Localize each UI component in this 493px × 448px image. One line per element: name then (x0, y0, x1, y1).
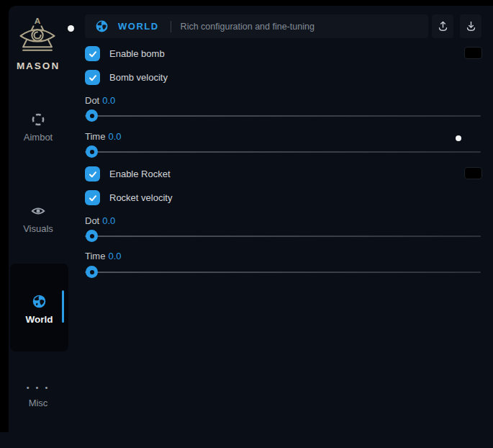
rocket-time-slider[interactable] (85, 266, 481, 278)
slider-name: Dot (85, 215, 99, 226)
bomb-time-slider[interactable] (85, 145, 481, 158)
checkbox-row-bomb-velocity: Bomb velocity (85, 70, 168, 85)
globe-icon (32, 294, 47, 309)
checkbox-label: Rocket velocity (109, 192, 172, 203)
sidebar-item-label: Aimbot (9, 132, 68, 143)
checkbox-label: Enable Rocket (109, 169, 171, 179)
page-subtitle: Rich configuration and fine-tuning (181, 22, 315, 32)
slider-label-bomb-dot: Dot0.0 (85, 95, 115, 106)
slider-value: 0.0 (102, 215, 115, 226)
cursor-dot (68, 25, 74, 32)
slider-handle[interactable] (86, 145, 98, 158)
slider-track[interactable] (85, 272, 481, 273)
sidebar-item-misc[interactable]: • • • Misc (9, 383, 68, 408)
sidebar-item-label: Visuals (9, 223, 68, 234)
slider-name: Time (85, 251, 105, 261)
slider-label-bomb-time: Time0.0 (85, 131, 121, 142)
checkbox-label: Enable bomb (109, 48, 165, 59)
sidebar-item-visuals[interactable]: Visuals (9, 204, 68, 234)
bomb-dot-slider[interactable] (85, 109, 481, 122)
app-window (9, 6, 493, 448)
mason-logo-icon: A (17, 14, 58, 56)
rocket-color-swatch[interactable] (464, 167, 482, 179)
rocket-dot-slider[interactable] (85, 230, 481, 242)
sidebar-item-label: World (10, 314, 68, 325)
page-title: WORLD (118, 21, 159, 32)
download-config-button[interactable] (460, 14, 481, 38)
slider-handle[interactable] (86, 230, 98, 242)
enable-bomb-checkbox[interactable] (85, 46, 100, 61)
checkbox-row-rocket-velocity: Rocket velocity (85, 190, 172, 205)
enable-rocket-checkbox[interactable] (85, 166, 100, 182)
checkbox-row-enable-bomb: Enable bomb (85, 46, 165, 61)
upload-config-button[interactable] (432, 14, 453, 38)
slider-track[interactable] (85, 236, 481, 237)
active-indicator (62, 290, 64, 323)
sidebar-item-aimbot[interactable]: Aimbot (9, 112, 68, 143)
slider-track[interactable] (85, 151, 481, 153)
brand-name: MASON (6, 61, 71, 71)
cursor-dot (456, 135, 461, 141)
checkmark-icon (89, 170, 97, 179)
slider-label-rocket-time: Time0.0 (85, 251, 121, 261)
slider-handle[interactable] (86, 109, 98, 122)
upload-icon (437, 20, 449, 32)
ellipsis-icon: • • • (9, 383, 68, 392)
slider-value: 0.0 (102, 95, 115, 106)
slider-value: 0.0 (108, 131, 121, 142)
checkmark-icon (89, 50, 97, 58)
checkbox-row-enable-rocket: Enable Rocket (85, 166, 171, 182)
sidebar-item-world[interactable]: World (10, 264, 68, 351)
slider-label-rocket-dot: Dot0.0 (85, 215, 115, 226)
rocket-velocity-checkbox[interactable] (85, 190, 100, 205)
bomb-color-swatch[interactable] (464, 47, 482, 59)
globe-icon (95, 19, 109, 33)
divider (171, 21, 171, 32)
download-icon (465, 20, 477, 32)
screen: A MASON Aimbot Visuals World • • • Misc (0, 0, 493, 448)
checkmark-icon (89, 194, 97, 202)
slider-name: Dot (85, 95, 99, 106)
slider-value: 0.0 (108, 251, 121, 261)
crosshair-icon (31, 112, 45, 127)
slider-name: Time (85, 131, 105, 142)
checkmark-icon (89, 73, 97, 82)
window-edge (0, 432, 9, 448)
sidebar-item-label: Misc (9, 398, 68, 408)
slider-track[interactable] (85, 115, 481, 117)
svg-text:A: A (35, 16, 41, 25)
slider-handle[interactable] (86, 266, 98, 278)
tab-header: WORLD Rich configuration and fine-tuning (85, 14, 428, 38)
bomb-velocity-checkbox[interactable] (85, 70, 100, 85)
eye-icon (31, 204, 45, 218)
checkbox-label: Bomb velocity (109, 72, 168, 83)
